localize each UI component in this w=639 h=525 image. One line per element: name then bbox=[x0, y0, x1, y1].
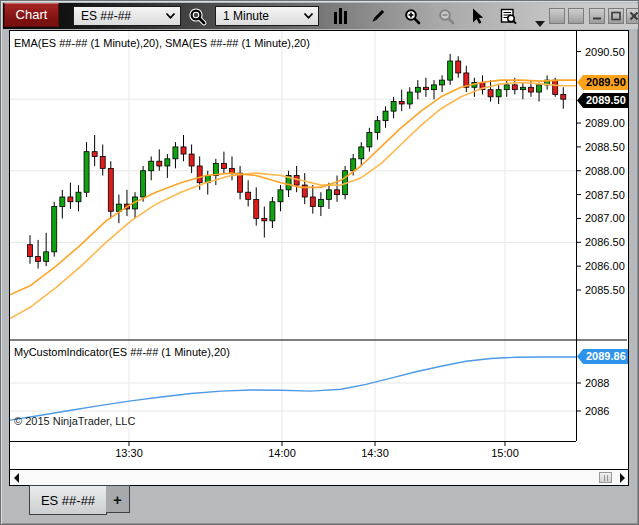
svg-text:2086.00: 2086.00 bbox=[585, 260, 625, 272]
data-box-button[interactable] bbox=[497, 6, 521, 27]
svg-text:15:00: 15:00 bbox=[491, 447, 519, 459]
chevron-down-icon bbox=[165, 12, 176, 20]
window-button-blank-1[interactable] bbox=[549, 8, 565, 24]
svg-text:2089.00: 2089.00 bbox=[585, 117, 625, 129]
window-button-blank-2[interactable] bbox=[568, 8, 584, 24]
interval-selector[interactable]: 1 Minute bbox=[215, 6, 319, 26]
last-price-marker: 2089.50 bbox=[577, 93, 628, 108]
chevron-down-icon bbox=[303, 12, 314, 20]
zoom-in-icon bbox=[404, 8, 422, 26]
chart-style-button[interactable] bbox=[329, 6, 353, 27]
svg-text:2088.50: 2088.50 bbox=[585, 141, 625, 153]
svg-text:2087.00: 2087.00 bbox=[585, 212, 625, 224]
svg-text:2086.50: 2086.50 bbox=[585, 236, 625, 248]
svg-text:13:30: 13:30 bbox=[115, 447, 143, 459]
interval-value: 1 Minute bbox=[223, 7, 269, 25]
close-icon bbox=[629, 11, 639, 21]
svg-text:14:00: 14:00 bbox=[268, 447, 296, 459]
price-plot-svg: 2090.502089.002088.502088.002087.502087.… bbox=[10, 31, 628, 469]
zoom-in-button[interactable] bbox=[401, 6, 425, 27]
horizontal-scrollbar[interactable] bbox=[10, 469, 628, 485]
pointer-icon bbox=[470, 8, 486, 25]
restore-icon bbox=[611, 11, 621, 21]
window-title-tab[interactable]: Chart bbox=[4, 3, 59, 27]
search-icon bbox=[189, 8, 207, 26]
close-button[interactable] bbox=[626, 8, 639, 24]
instrument-value: ES ##-## bbox=[81, 7, 131, 25]
scroll-left-icon[interactable] bbox=[14, 473, 19, 483]
svg-text:2085.50: 2085.50 bbox=[585, 284, 625, 296]
svg-text:14:30: 14:30 bbox=[361, 447, 389, 459]
more-tools-dropdown[interactable] bbox=[535, 13, 545, 31]
scrollbar-thumb[interactable] bbox=[599, 472, 612, 483]
document-search-icon bbox=[500, 8, 518, 25]
indicator-panel-label: MyCustomIndicator(ES ##-## (1 Minute),20… bbox=[14, 346, 230, 358]
drawing-tools-button[interactable] bbox=[365, 6, 389, 27]
cursor-button[interactable] bbox=[466, 6, 490, 27]
minimize-button[interactable] bbox=[589, 8, 605, 24]
indicator-value-marker: 2089.86 bbox=[577, 349, 628, 364]
instrument-selector[interactable]: ES ##-## bbox=[73, 6, 181, 26]
add-tab-button[interactable]: + bbox=[106, 485, 130, 513]
svg-text:2087.50: 2087.50 bbox=[585, 189, 625, 201]
zoom-out-icon bbox=[438, 8, 456, 26]
svg-text:2090.50: 2090.50 bbox=[585, 46, 625, 58]
titlebar: Chart ES ##-## 1 Minute bbox=[3, 3, 638, 29]
pencil-icon bbox=[368, 8, 386, 26]
ninjatrader-chart-window: Chart ES ##-## 1 Minute bbox=[0, 0, 639, 525]
ma-price-marker: 2089.90 bbox=[577, 75, 628, 90]
instrument-lookup-button[interactable] bbox=[186, 6, 210, 27]
zoom-out-button[interactable] bbox=[435, 6, 459, 27]
bars-icon bbox=[333, 8, 349, 25]
price-panel-indicator-label: EMA(ES ##-## (1 Minute),20), SMA(ES ##-#… bbox=[14, 37, 310, 49]
svg-text:2088: 2088 bbox=[585, 377, 609, 389]
caret-down-icon bbox=[535, 21, 545, 27]
svg-text:2088.00: 2088.00 bbox=[585, 165, 625, 177]
tab-instrument[interactable]: ES ##-## bbox=[29, 485, 107, 515]
restore-button[interactable] bbox=[608, 8, 624, 24]
minimize-icon bbox=[592, 11, 602, 21]
copyright-text: © 2015 NinjaTrader, LLC bbox=[14, 415, 135, 427]
svg-text:2086: 2086 bbox=[585, 405, 609, 417]
scroll-right-icon[interactable] bbox=[620, 473, 625, 483]
